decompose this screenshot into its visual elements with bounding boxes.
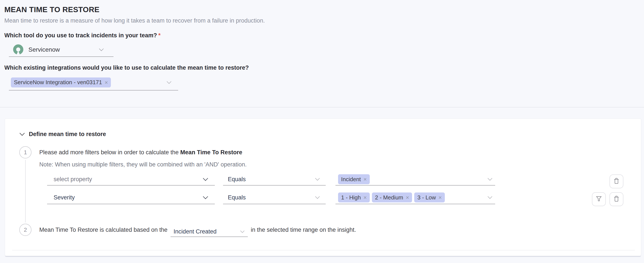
filter-options-row2-button[interactable] (592, 192, 606, 206)
chevron-down-icon (487, 178, 492, 181)
chevron-down-icon (315, 196, 320, 199)
panel-collapse-header[interactable]: Define mean time to restore (19, 131, 106, 138)
filter-row2-property-select[interactable]: Severity (47, 191, 215, 204)
panel-header-title: Define mean time to restore (29, 131, 106, 138)
filter-value-chip: 1 - High × (338, 192, 370, 202)
mean-time-to-restore-page: MEAN TIME TO RESTORE Mean time to restor… (0, 0, 644, 263)
filter-row2-operator-value: Equals (228, 194, 246, 201)
filter-row1-operator-value: Equals (228, 176, 246, 183)
filter-value-chip-label: 1 - High (341, 194, 361, 201)
filter-row1-operator-select[interactable]: Equals (223, 174, 326, 186)
step-1-instruction-bold: Mean Time To Restore (180, 149, 242, 156)
tool-select-value: Servicenow (28, 46, 60, 53)
step-1-instruction: Please add more filters below in order t… (39, 149, 242, 156)
trash-icon (613, 195, 620, 203)
step-1-note: Note: When using multiple filters, they … (39, 161, 247, 168)
filter-value-chip-label: 3 - Low (417, 194, 436, 201)
remove-chip-icon[interactable]: × (438, 195, 442, 200)
filter-row2-values-select[interactable]: 1 - High × 2 - Medium × 3 - Low × (336, 191, 495, 204)
remove-chip-icon[interactable]: × (104, 80, 108, 85)
chevron-down-icon (203, 178, 208, 181)
filter-row2-operator-select[interactable]: Equals (223, 191, 326, 204)
step-2-instruction-suffix: in the selected time range on the insigh… (251, 226, 356, 233)
tool-question-label: Which tool do you use to track incidents… (4, 32, 160, 39)
integrations-question-label: Which existing integrations would you li… (4, 64, 249, 71)
remove-chip-icon[interactable]: × (364, 195, 367, 200)
panel-footer-divider (12, 250, 635, 250)
remove-chip-icon[interactable]: × (406, 195, 409, 200)
timestamp-field-select[interactable]: Incident Created (170, 226, 248, 237)
tool-select[interactable]: Servicenow (9, 43, 114, 57)
delete-filter-row1-button[interactable] (610, 174, 624, 188)
page-subtitle: Mean time to restore is a measure of how… (4, 17, 265, 24)
chevron-down-icon (240, 230, 245, 233)
filter-row1-property-placeholder: select property (54, 176, 92, 183)
define-mttr-panel: Define mean time to restore 1 Please add… (5, 118, 641, 256)
filter-value-chip-label: 2 - Medium (375, 194, 403, 201)
chevron-down-icon (315, 178, 320, 181)
chevron-down-icon (99, 48, 104, 51)
chevron-down-icon (19, 132, 25, 136)
filter-value-chip: 3 - Low × (414, 192, 444, 202)
filter-row1-values-select[interactable]: Incident × (336, 174, 495, 186)
filter-row1-property-select[interactable]: select property (47, 174, 215, 186)
required-asterisk: * (158, 32, 161, 39)
chevron-down-icon (203, 196, 208, 199)
section-divider (0, 107, 644, 108)
step-2-instruction-prefix: Mean Time To Restore is calculated based… (39, 226, 168, 233)
step-1-instruction-prefix: Please add more filters below in order t… (39, 149, 180, 156)
filter-value-chip: Incident × (338, 174, 370, 184)
delete-filter-row2-button[interactable] (610, 192, 624, 206)
step-2-instruction: Mean Time To Restore is calculated based… (39, 224, 356, 236)
step-2-badge: 2 (19, 224, 32, 236)
filter-value-chip: 2 - Medium × (372, 192, 412, 202)
servicenow-logo-icon (13, 44, 24, 55)
integration-chip-label: ServiceNow Integration - ven03171 (14, 79, 102, 86)
trash-icon (613, 178, 620, 185)
remove-chip-icon[interactable]: × (364, 176, 367, 182)
page-title: MEAN TIME TO RESTORE (4, 5, 100, 14)
filter-row2-property-value: Severity (54, 194, 75, 201)
step-1-badge: 1 (19, 146, 32, 158)
chevron-down-icon (487, 196, 492, 199)
integration-chip: ServiceNow Integration - ven03171 × (11, 78, 111, 88)
funnel-filter-icon (596, 196, 602, 203)
filter-value-chip-label: Incident (341, 176, 361, 183)
tool-question-text: Which tool do you use to track incidents… (4, 32, 157, 39)
integrations-select[interactable]: ServiceNow Integration - ven03171 × (9, 75, 178, 90)
chevron-down-icon (166, 81, 172, 84)
step-connector-line (25, 160, 26, 222)
timestamp-field-value: Incident Created (174, 228, 216, 235)
